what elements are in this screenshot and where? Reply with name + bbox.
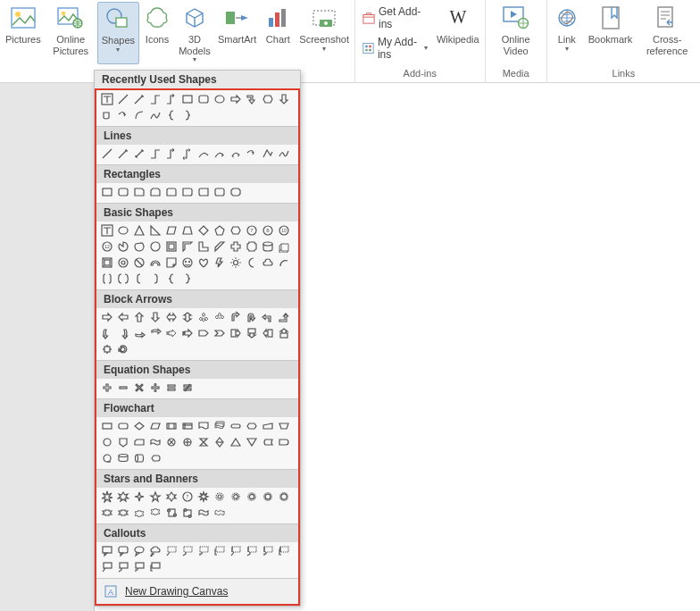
shape-b-bevel[interactable] <box>100 255 114 270</box>
3d-models-button[interactable]: 3D Models ▾ <box>175 2 214 64</box>
online-video-button[interactable]: Online Video <box>488 2 545 64</box>
shape-arrow-right[interactable] <box>229 92 243 106</box>
shape-b-pentagon[interactable] <box>212 223 227 238</box>
shape-b-chord[interactable] <box>132 239 146 254</box>
shape-line12[interactable] <box>277 146 291 161</box>
shape-b-pie[interactable] <box>116 239 130 254</box>
shape-line5[interactable] <box>164 146 179 161</box>
shape-co-border3[interactable] <box>132 560 146 574</box>
shape-b-cube[interactable] <box>277 239 291 254</box>
shape-b-heart[interactable] <box>196 255 211 270</box>
shape-st-24pt[interactable] <box>261 490 275 504</box>
shape-b-arc[interactable] <box>277 255 291 270</box>
shape-st-8pt[interactable] <box>196 490 211 504</box>
shape-b-textbox[interactable] <box>100 223 114 238</box>
shape-a-rightcallout[interactable] <box>229 326 243 340</box>
shape-rect5[interactable] <box>164 185 179 199</box>
shape-b-rightbrace[interactable] <box>180 272 195 286</box>
shape-rect9[interactable] <box>229 185 243 199</box>
shape-textbox[interactable] <box>100 92 114 106</box>
shape-line-arrow[interactable] <box>132 92 146 106</box>
shape-co-line3[interactable] <box>196 544 211 558</box>
shape-fc-sort[interactable] <box>212 435 227 449</box>
shape-b-nosymbol[interactable] <box>132 255 146 270</box>
shape-fc-tape[interactable] <box>148 435 162 449</box>
shape-a-circular[interactable] <box>116 342 130 356</box>
shape-a-pentagon[interactable] <box>196 326 211 340</box>
shape-fc-document[interactable] <box>196 419 211 433</box>
shape-fc-stored[interactable] <box>261 435 275 449</box>
shape-fc-terminator[interactable] <box>229 419 243 433</box>
shape-fc-collate[interactable] <box>196 435 211 449</box>
shape-b-oval[interactable] <box>116 223 130 238</box>
shape-a-updown[interactable] <box>180 310 195 324</box>
shape-a-bent[interactable] <box>229 310 243 324</box>
shape-rect4[interactable] <box>148 185 162 199</box>
shape-fc-decision[interactable] <box>132 419 146 433</box>
shape-a-leftrightup[interactable] <box>212 310 227 324</box>
shape-a-curveddown[interactable] <box>148 326 162 340</box>
get-addins-button[interactable]: Get Add-ins <box>362 5 428 30</box>
shape-a-leftup[interactable] <box>261 310 275 324</box>
chart-button[interactable]: Chart <box>260 2 296 64</box>
shape-b-heptagon[interactable]: 7 <box>245 223 259 238</box>
shape-st-16pt[interactable] <box>245 490 259 504</box>
shape-fc-prep[interactable] <box>245 419 259 433</box>
shape-b-leftbracket[interactable] <box>132 272 146 286</box>
shape-fc-manualinput[interactable] <box>261 419 275 433</box>
shape-b-lshape[interactable] <box>196 239 211 254</box>
shape-a-uturn[interactable] <box>245 310 259 324</box>
shape-co-accent1[interactable] <box>229 544 243 558</box>
shape-connector[interactable] <box>148 92 162 106</box>
shape-st-explosion1[interactable] <box>100 490 114 504</box>
shape-b-diagstripe[interactable] <box>212 239 227 254</box>
icons-button[interactable]: Icons <box>139 2 175 64</box>
smartart-button[interactable]: SmartArt <box>214 2 260 64</box>
shape-b-bracket1[interactable] <box>100 272 114 286</box>
shape-arrow-down-elbow[interactable] <box>245 92 259 106</box>
shape-co-rect[interactable] <box>100 544 114 558</box>
shape-line2[interactable] <box>116 146 130 161</box>
shape-line1[interactable] <box>100 146 114 161</box>
shape-fc-display[interactable] <box>148 451 162 465</box>
shape-brace-left[interactable] <box>164 108 179 122</box>
shape-rect6[interactable] <box>180 185 195 199</box>
shape-fc-delay[interactable] <box>277 435 291 449</box>
shape-fc-sumjunct[interactable] <box>164 435 179 449</box>
shape-fc-card[interactable] <box>132 435 146 449</box>
shape-co-border2[interactable] <box>116 560 130 574</box>
shape-b-dodecagon[interactable]: 12 <box>100 239 114 254</box>
shape-fc-merge[interactable] <box>245 435 259 449</box>
shape-fc-or[interactable] <box>180 435 195 449</box>
shape-st-curvedribbon1[interactable] <box>132 506 146 520</box>
online-pictures-button[interactable]: Online Pictures <box>45 2 97 64</box>
shape-st-ribbon1[interactable] <box>100 506 114 520</box>
shape-a-quad[interactable] <box>196 310 211 324</box>
shape-st-7pt[interactable]: 7 <box>180 490 195 504</box>
wikipedia-button[interactable]: W Wikipedia <box>433 2 483 64</box>
shape-fc-multidoc[interactable] <box>212 419 227 433</box>
screenshot-button[interactable]: Screenshot ▾ <box>296 2 353 64</box>
shape-eq-equal[interactable] <box>164 381 179 395</box>
shape-a-right[interactable] <box>100 310 114 324</box>
shape-eq-minus[interactable] <box>116 381 130 395</box>
shape-b-rtriangle[interactable] <box>148 223 162 238</box>
shape-b-parallelogram[interactable] <box>164 223 179 238</box>
shape-fc-connector[interactable] <box>100 435 114 449</box>
shape-line11[interactable] <box>261 146 275 161</box>
shape-a-curvedright[interactable] <box>100 326 114 340</box>
shape-line8[interactable] <box>212 146 227 161</box>
shape-rectangle[interactable] <box>180 92 195 106</box>
shape-b-trapezoid[interactable] <box>180 223 195 238</box>
shape-a-quadcallout[interactable] <box>100 342 114 356</box>
shape-eq-divide[interactable] <box>148 381 162 395</box>
shape-st-scroll-v[interactable] <box>164 506 179 520</box>
shape-b-halfframe[interactable] <box>180 239 195 254</box>
shape-line[interactable] <box>116 92 130 106</box>
shape-co-rounded[interactable] <box>116 544 130 558</box>
shape-b-frame[interactable] <box>164 239 179 254</box>
shape-a-leftright[interactable] <box>164 310 179 324</box>
shape-line3[interactable] <box>132 146 146 161</box>
shape-b-foldedcorner[interactable] <box>164 255 179 270</box>
shape-b-donut[interactable] <box>116 255 130 270</box>
